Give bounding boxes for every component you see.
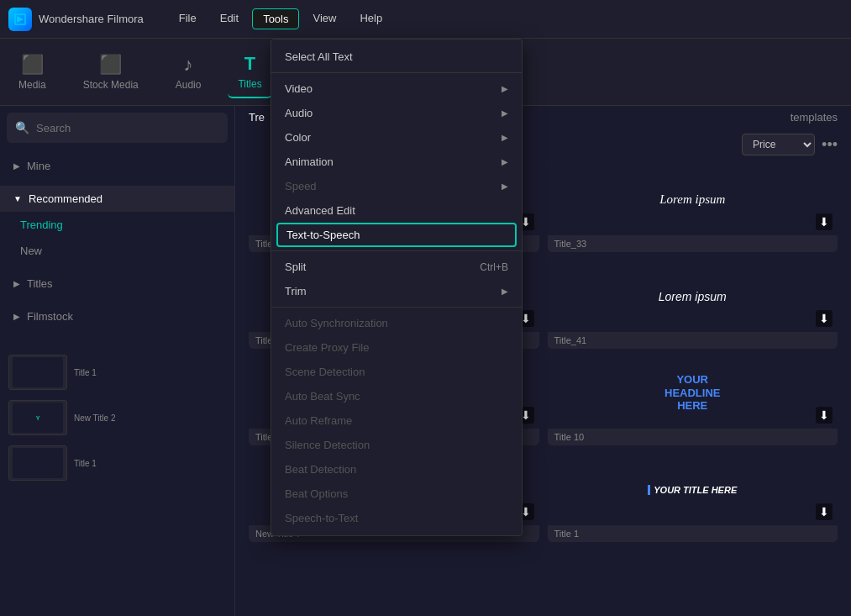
tab-stock-media[interactable]: ⬛ Stock Media — [73, 47, 149, 97]
menu-text-to-speech[interactable]: Text-to-Speech — [276, 223, 517, 247]
menu-auto-beat-sync: Auto Beat Sync — [271, 384, 522, 408]
chevron-right-icon-3: ▶ — [13, 312, 20, 321]
menu-auto-sync: Auto Synchronization — [271, 311, 522, 335]
sidebar-thumb-2: Y — [8, 400, 67, 435]
sidebar-item-recommended[interactable]: ▼ Recommended — [0, 186, 234, 212]
tab-audio[interactable]: ♪ Audio — [165, 47, 212, 97]
menu-split[interactable]: Split Ctrl+B — [271, 255, 522, 279]
search-input[interactable] — [36, 122, 219, 134]
menu-file[interactable]: File — [169, 8, 207, 29]
sidebar-thumb-3 — [8, 445, 67, 481]
menu-select-all-text[interactable]: Select All Text — [271, 45, 522, 69]
titles-icon: T — [244, 53, 255, 75]
sidebar-sub-item-new[interactable]: New — [0, 238, 234, 264]
menu-color[interactable]: Color ▶ — [271, 125, 522, 150]
arrow-icon-color: ▶ — [502, 133, 508, 142]
header-controls: Price Free Premium ••• — [742, 134, 838, 155]
title-bar: Wondershare Filmora File Edit Tools View… — [0, 0, 851, 39]
template-card-title-10[interactable]: YOURHEADLINEHERE ⬇ Title 10 — [548, 357, 838, 445]
menu-silence-detection: Silence Detection — [271, 433, 522, 457]
separator-1 — [271, 72, 522, 73]
template-label-1: Title 1 — [548, 525, 838, 542]
sidebar-thumb-label-2: New Title 2 — [74, 413, 115, 423]
search-bar[interactable]: 🔍 — [7, 113, 228, 143]
sidebar-thumb-label-1: Title 1 — [74, 368, 97, 377]
preview-text-1: YOUR TITLE HERE — [648, 485, 737, 495]
sidebar-sub-item-trending[interactable]: Trending — [0, 212, 234, 238]
template-label-10: Title 10 — [548, 429, 838, 445]
sidebar-item-mine[interactable]: ▶ Mine — [0, 153, 234, 179]
template-label-41: Title_41 — [548, 332, 838, 349]
preview-text-41: Lorem ipsum — [659, 290, 727, 303]
menu-create-proxy: Create Proxy File — [271, 335, 522, 360]
sidebar-title-thumbs: Title 1 Y New Title 2 Title 1 — [0, 350, 234, 486]
tab-media[interactable]: ⬛ Media — [8, 47, 56, 97]
arrow-icon-video: ▶ — [502, 84, 508, 93]
sidebar-thumb-1 — [8, 355, 67, 390]
sidebar-section-titles: ▶ Titles — [0, 267, 234, 300]
app-logo — [8, 8, 32, 31]
tab-titles[interactable]: T Titles — [228, 46, 271, 98]
menu-trim[interactable]: Trim ▶ — [271, 279, 522, 303]
preview-text-10: YOURHEADLINEHERE — [665, 373, 720, 413]
sidebar-title-item-2[interactable]: Y New Title 2 — [0, 395, 234, 440]
sidebar-item-filmstock[interactable]: ▶ Filmstock — [0, 303, 234, 329]
arrow-icon-speed: ▶ — [502, 182, 508, 191]
menu-animation[interactable]: Animation ▶ — [271, 150, 522, 174]
menu-bar: File Edit Tools View Help — [169, 8, 392, 29]
template-label-33: Title_33 — [548, 235, 838, 252]
template-card-title-33[interactable]: Lorem ipsum ⬇ Title_33 — [548, 164, 838, 252]
menu-beat-options: Beat Options — [271, 482, 522, 506]
preview-text-33: Lorem ipsum — [659, 192, 725, 207]
price-dropdown[interactable]: Price Free Premium — [742, 134, 815, 155]
download-button-10[interactable]: ⬇ — [816, 407, 833, 424]
menu-speech-to-text: Speech-to-Text — [271, 506, 522, 530]
template-preview-33: Lorem ipsum ⬇ — [548, 164, 838, 235]
sidebar-title-item-3[interactable]: Title 1 — [0, 440, 234, 486]
menu-edit[interactable]: Edit — [210, 8, 249, 29]
templates-label: templates — [791, 111, 838, 124]
download-button-1[interactable]: ⬇ — [816, 503, 833, 520]
template-preview-1: YOUR TITLE HERE ⬇ — [548, 454, 838, 525]
template-preview-41: Lorem ipsum ⬇ — [548, 261, 838, 332]
sidebar: 🔍 ▶ Mine ▼ Recommended Trending New ▶ Ti… — [0, 106, 235, 616]
download-button-33[interactable]: ⬇ — [816, 213, 833, 230]
menu-beat-detection: Beat Detection — [271, 457, 522, 482]
separator-2 — [271, 250, 522, 251]
sidebar-section-recommended: ▼ Recommended Trending New — [0, 182, 234, 267]
menu-audio[interactable]: Audio ▶ — [271, 101, 522, 125]
separator-3 — [271, 307, 522, 308]
svg-marker-1 — [17, 16, 24, 23]
chevron-down-icon: ▼ — [13, 194, 22, 203]
menu-advanced-edit[interactable]: Advanced Edit — [271, 198, 522, 223]
menu-video[interactable]: Video ▶ — [271, 76, 522, 101]
menu-speed: Speed ▶ — [271, 174, 522, 198]
menu-auto-reframe: Auto Reframe — [271, 408, 522, 433]
menu-help[interactable]: Help — [349, 8, 392, 29]
template-card-title-1[interactable]: YOUR TITLE HERE ⬇ Title 1 — [548, 454, 838, 542]
sidebar-thumb-label-3: Title 1 — [74, 459, 97, 468]
sidebar-section-mine: ▶ Mine — [0, 150, 234, 182]
chevron-right-icon: ▶ — [13, 161, 20, 171]
arrow-icon-audio: ▶ — [502, 108, 508, 118]
arrow-icon-animation: ▶ — [502, 157, 508, 166]
download-button-41[interactable]: ⬇ — [816, 310, 833, 327]
template-card-title-41[interactable]: Lorem ipsum ⬇ Title_41 — [548, 261, 838, 349]
menu-view[interactable]: View — [302, 8, 346, 29]
chevron-right-icon-2: ▶ — [13, 279, 20, 288]
section-title: Tre — [249, 111, 265, 124]
template-preview-10: YOURHEADLINEHERE ⬇ — [548, 357, 838, 429]
menu-tools[interactable]: Tools — [252, 8, 299, 29]
sidebar-title-item-1[interactable]: Title 1 — [0, 350, 234, 395]
arrow-icon-trim: ▶ — [502, 287, 508, 296]
menu-scene-detection: Scene Detection — [271, 360, 522, 384]
audio-icon: ♪ — [184, 54, 193, 76]
sidebar-item-titles[interactable]: ▶ Titles — [0, 271, 234, 297]
stock-media-icon: ⬛ — [99, 54, 122, 76]
more-options-button[interactable]: ••• — [822, 136, 838, 154]
media-icon: ⬛ — [21, 54, 44, 76]
sidebar-section-filmstock: ▶ Filmstock — [0, 300, 234, 333]
search-icon: 🔍 — [15, 121, 29, 134]
tools-dropdown-menu: Select All Text Video ▶ Audio ▶ Color ▶ … — [271, 39, 523, 536]
app-name: Wondershare Filmora — [39, 13, 144, 25]
